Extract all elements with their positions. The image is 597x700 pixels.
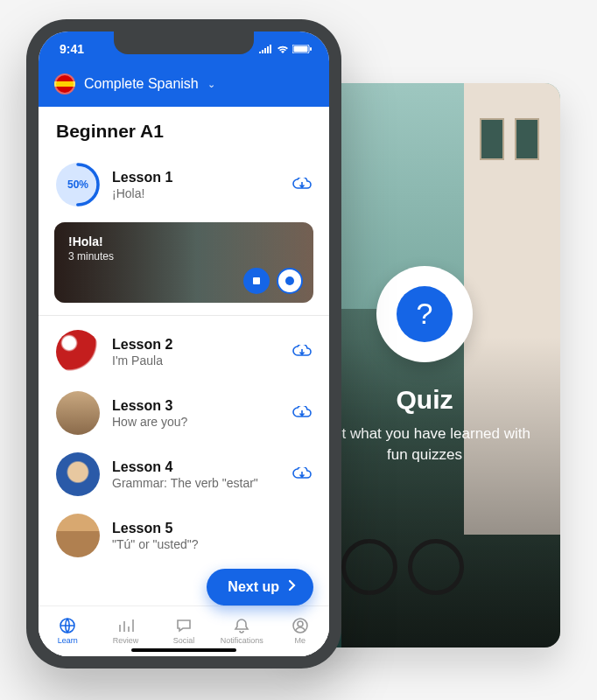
question-mark-icon: ? [397, 286, 453, 342]
quiz-title: Quiz [397, 385, 453, 415]
spain-flag-icon [54, 74, 75, 94]
tab-label: Review [113, 636, 139, 645]
tab-social[interactable]: Social [158, 617, 210, 645]
lesson-thumbnail [56, 330, 100, 374]
lesson-subtitle: ¡Hola! [112, 186, 280, 200]
user-icon [291, 617, 309, 634]
lesson-row[interactable]: Lesson 3 How are you? [39, 382, 329, 444]
quiz-badge: ? [376, 266, 473, 362]
phone-frame: 9:41 Complete Spanish ⌄ Beginner A1 [26, 19, 341, 668]
lesson-thumbnail [56, 514, 100, 557]
svg-rect-1 [294, 46, 308, 52]
course-name: Complete Spanish [84, 76, 199, 92]
bell-icon [233, 617, 250, 634]
tab-label: Me [294, 636, 306, 645]
battery-icon [292, 42, 312, 56]
next-up-button[interactable]: Next up [207, 569, 313, 606]
chevron-down-icon: ⌄ [207, 79, 215, 90]
tab-notifications[interactable]: Notifications [215, 617, 268, 645]
phone-screen: 9:41 Complete Spanish ⌄ Beginner A1 [39, 32, 329, 656]
featured-action-button[interactable] [243, 268, 270, 294]
chart-icon [117, 617, 135, 634]
chat-icon [175, 617, 193, 634]
featured-lesson-card[interactable]: !Hola! 3 minutes [54, 222, 313, 303]
lesson-subtitle: Grammar: The verb "estar" [112, 476, 280, 490]
lesson-subtitle: How are you? [112, 415, 280, 429]
chevron-right-icon [288, 579, 296, 595]
quiz-subtitle: Test what you have learned with fun quiz… [306, 424, 543, 466]
tab-learn[interactable]: Learn [41, 617, 94, 645]
wifi-icon [277, 42, 289, 56]
lesson-subtitle: I'm Paula [112, 354, 280, 368]
status-time: 9:41 [60, 42, 84, 56]
svg-point-8 [298, 621, 303, 626]
svg-rect-4 [253, 277, 260, 284]
tab-review[interactable]: Review [100, 617, 152, 645]
phone-notch [114, 32, 254, 54]
course-selector[interactable]: Complete Spanish ⌄ [39, 66, 329, 107]
download-icon[interactable] [292, 467, 312, 481]
home-indicator [131, 648, 236, 652]
tab-label: Social [173, 636, 195, 645]
next-up-label: Next up [228, 579, 279, 595]
lesson-row[interactable]: Lesson 2 I'm Paula [39, 321, 329, 382]
svg-point-5 [285, 276, 294, 285]
featured-help-button[interactable] [277, 268, 303, 294]
signal-icon [259, 42, 273, 56]
lesson-title: Lesson 5 [112, 521, 312, 536]
tab-label: Notifications [221, 636, 263, 645]
lesson-title: Lesson 3 [112, 398, 280, 414]
lesson-title: Lesson 1 [112, 170, 280, 186]
tab-label: Learn [58, 636, 78, 645]
lesson-list: Beginner A1 50% Lesson 1 ¡Hola! [39, 107, 329, 656]
lesson-thumbnail [56, 452, 100, 496]
lesson-title: Lesson 4 [112, 459, 280, 475]
featured-duration: 3 minutes [68, 250, 114, 262]
progress-ring: 50% [56, 163, 100, 206]
svg-rect-2 [310, 47, 312, 51]
lesson-title: Lesson 2 [112, 337, 280, 353]
lesson-subtitle: "Tú" or "usted"? [112, 537, 312, 551]
download-icon[interactable] [292, 178, 312, 192]
lesson-row[interactable]: 50% Lesson 1 ¡Hola! [39, 154, 329, 215]
divider [39, 315, 329, 316]
level-title: Beginner A1 [39, 107, 329, 154]
download-icon[interactable] [292, 406, 312, 420]
lesson-thumbnail [56, 391, 100, 435]
globe-icon [59, 617, 76, 634]
progress-percent: 50% [56, 163, 100, 206]
download-icon[interactable] [292, 345, 312, 359]
tab-me[interactable]: Me [274, 617, 327, 645]
featured-title: !Hola! [68, 234, 114, 248]
lesson-row[interactable]: Lesson 4 Grammar: The verb "estar" [39, 444, 329, 505]
